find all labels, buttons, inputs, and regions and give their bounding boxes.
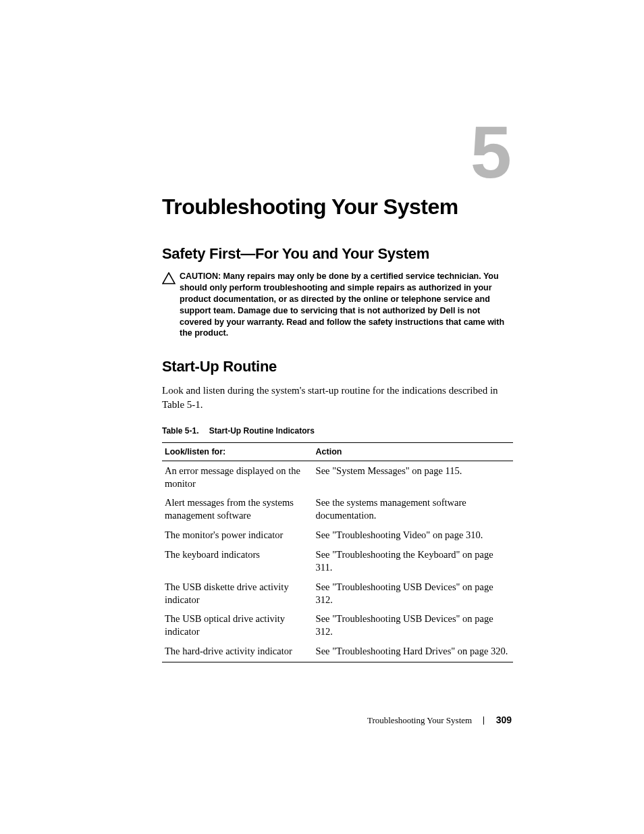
page-footer: Troubleshooting Your System 309: [367, 714, 512, 726]
caution-body: Many repairs may only be done by a certi…: [180, 271, 504, 338]
cell-look: The keyboard indicators: [162, 545, 313, 577]
cell-look: The USB diskette drive activity indicato…: [162, 577, 313, 610]
caution-label: CAUTION:: [180, 271, 221, 281]
table-row: The USB optical drive activity indicator…: [162, 609, 513, 642]
footer-separator: [483, 716, 484, 725]
table-caption: Table 5-1. Start-Up Routine Indicators: [162, 426, 513, 436]
caution-text: CAUTION: Many repairs may only be done b…: [180, 271, 513, 339]
cell-action: See "System Messages" on page 115.: [313, 461, 513, 493]
startup-indicators-table: Look/listen for: Action An error message…: [162, 442, 513, 662]
chapter-number: 5: [471, 115, 512, 189]
footer-section-title: Troubleshooting Your System: [367, 715, 472, 725]
table-header-row: Look/listen for: Action: [162, 442, 513, 461]
table-header-action: Action: [313, 442, 513, 461]
table-row: The keyboard indicators See "Troubleshoo…: [162, 545, 513, 577]
table-row: The monitor's power indicator See "Troub…: [162, 525, 513, 545]
section-heading-startup: Start-Up Routine: [162, 358, 513, 375]
cell-look: The USB optical drive activity indicator: [162, 609, 313, 642]
cell-look: Alert messages from the systems manageme…: [162, 493, 313, 525]
startup-body-text: Look and listen during the system's star…: [162, 384, 513, 411]
cell-action: See "Troubleshooting the Keyboard" on pa…: [313, 545, 513, 577]
cell-look: The hard-drive activity indicator: [162, 642, 313, 662]
cell-action: See the systems management software docu…: [313, 493, 513, 525]
cell-action: See "Troubleshooting Hard Drives" on pag…: [313, 642, 513, 662]
cell-action: See "Troubleshooting Video" on page 310.: [313, 525, 513, 545]
cell-action: See "Troubleshooting USB Devices" on pag…: [313, 577, 513, 610]
table-row: An error message displayed on the monito…: [162, 461, 513, 493]
table-row: The hard-drive activity indicator See "T…: [162, 642, 513, 662]
cell-look: The monitor's power indicator: [162, 525, 313, 545]
section-heading-safety: Safety First—For You and Your System: [162, 245, 513, 263]
table-caption-id: Table 5-1.: [162, 426, 198, 436]
table-header-look: Look/listen for:: [162, 442, 313, 461]
cell-look: An error message displayed on the monito…: [162, 461, 313, 493]
footer-page-number: 309: [496, 714, 512, 725]
table-row: The USB diskette drive activity indicato…: [162, 577, 513, 610]
page: 5 Troubleshooting Your System Safety Fir…: [0, 0, 644, 834]
cell-action: See "Troubleshooting USB Devices" on pag…: [313, 609, 513, 642]
table-row: Alert messages from the systems manageme…: [162, 493, 513, 525]
content-column: Troubleshooting Your System Safety First…: [162, 194, 513, 662]
caution-triangle-icon: [162, 272, 176, 287]
chapter-title: Troubleshooting Your System: [162, 194, 513, 219]
table-caption-title: Start-Up Routine Indicators: [209, 426, 315, 436]
caution-block: CAUTION: Many repairs may only be done b…: [162, 271, 513, 339]
